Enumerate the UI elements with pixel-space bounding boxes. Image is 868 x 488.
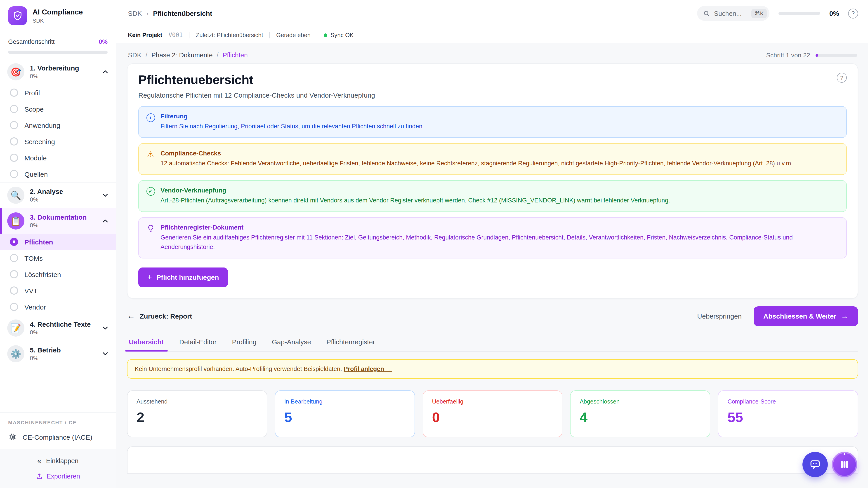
machine-law-section: MASCHINENRECHT / CE CE-Compliance (IACE) xyxy=(0,412,116,449)
sidebar-phase-betrieb[interactable]: ⚙️ 5. Betrieb 0% xyxy=(0,341,116,366)
collapse-sidebar-button[interactable]: « Einklappen xyxy=(37,456,79,465)
tab-profiling[interactable]: Profiling xyxy=(231,333,257,351)
sidebar-item-toms[interactable]: TOMs xyxy=(0,250,116,266)
sidebar-phase-vorbereitung[interactable]: 🎯 1. Vorbereitung 0% xyxy=(0,59,116,85)
overall-progress-label: Gesamtfortschritt xyxy=(8,38,55,45)
sidebar-item-vvt[interactable]: VVT xyxy=(0,283,116,299)
sidebar-nav: 🎯 1. Vorbereitung 0% Profil Scope Anwend… xyxy=(0,59,116,412)
sidebar-item-quellen[interactable]: Quellen xyxy=(0,166,116,182)
info-box-text: 12 automatische Checks: Fehlende Verantw… xyxy=(160,159,793,168)
stats-row: Ausstehend 2 In Bearbeitung 5 Ueberfaell… xyxy=(127,390,858,437)
sidebar-item-label: Module xyxy=(24,154,46,162)
app-title-block: AI Compliance SDK xyxy=(33,8,83,24)
header-progress-bar xyxy=(779,12,820,15)
last-visited-label: Zuletzt: Pflichtenübersicht xyxy=(196,32,263,38)
sidebar-phase-dokumentation[interactable]: 📋 3. Dokumentation 0% xyxy=(0,208,116,234)
sidebar-item-pflichten[interactable]: Pflichten xyxy=(0,234,116,250)
sidebar-item-profil[interactable]: Profil xyxy=(0,85,116,101)
topbar: SDK › Pflichtenübersicht ⌘K 0% ? xyxy=(116,0,868,27)
help-icon[interactable]: ? xyxy=(848,8,858,18)
sync-label: Sync OK xyxy=(331,32,354,38)
tab-pflichtenregister[interactable]: Pflichtenregister xyxy=(326,333,376,351)
page-card: Pflichtenuebersicht Regulatorische Pflic… xyxy=(127,63,858,298)
divider xyxy=(270,32,270,38)
wizard-actions: Ueberspringen Abschliessen & Weiter → xyxy=(697,306,858,326)
collapse-label: Einklappen xyxy=(46,457,79,464)
phase-label: 3. Dokumentation xyxy=(30,213,96,221)
app-subtitle: SDK xyxy=(33,18,83,24)
chip-icon xyxy=(8,432,17,442)
page-breadcrumb-row: SDK / Phase 2: Dokumente / Pflichten Sch… xyxy=(127,48,858,63)
upload-icon xyxy=(36,473,43,480)
sidebar-item-scope[interactable]: Scope xyxy=(0,101,116,117)
chevron-up-icon[interactable] xyxy=(101,217,110,225)
tab-gap-analyse[interactable]: Gap-Analyse xyxy=(271,333,312,351)
phase-text: 1. Vorbereitung 0% xyxy=(30,64,96,79)
sidebar-item-vendor[interactable]: Vendor xyxy=(0,299,116,315)
statusbar: Kein Projekt V001 Zuletzt: Pflichtenüber… xyxy=(116,27,868,43)
warning-icon: ⚠ xyxy=(146,150,155,159)
radio-unchecked-icon xyxy=(10,287,18,295)
sidebar-item-module[interactable]: Module xyxy=(0,150,116,166)
export-button[interactable]: Exportieren xyxy=(36,473,80,480)
sidebar-phase-analyse[interactable]: 🔍 2. Analyse 0% xyxy=(0,182,116,208)
sidebar-item-label: Pflichten xyxy=(24,238,53,246)
card-title-block: Pflichtenuebersicht Regulatorische Pflic… xyxy=(138,73,375,99)
finish-next-button[interactable]: Abschliessen & Weiter → xyxy=(753,306,858,326)
sidebar-item-screening[interactable]: Screening xyxy=(0,133,116,150)
chat-bubble-icon xyxy=(809,459,821,470)
card-header: Pflichtenuebersicht Regulatorische Pflic… xyxy=(138,73,847,99)
create-profile-link[interactable]: Profil anlegen → xyxy=(344,365,392,372)
sidebar-item-label: Löschfristen xyxy=(24,270,61,278)
breadcrumb-sdk[interactable]: SDK xyxy=(128,52,142,59)
breadcrumb-root[interactable]: SDK xyxy=(128,9,142,17)
page-title: Pflichtenuebersicht xyxy=(138,73,375,87)
search-input[interactable] xyxy=(714,10,747,17)
sidebar-item-ce-compliance[interactable]: CE-Compliance (IACE) xyxy=(0,429,116,447)
sidebar-phase-rechtliche-texte[interactable]: 📝 4. Rechtliche Texte 0% xyxy=(0,315,116,341)
info-box-body: Filterung Filtern Sie nach Regulierung, … xyxy=(160,112,424,131)
info-box-title: Compliance-Checks xyxy=(160,150,793,157)
stat-label: Ausstehend xyxy=(136,398,258,404)
section-heading: MASCHINENRECHT / CE xyxy=(0,418,116,429)
back-button[interactable]: ← Zurueck: Report xyxy=(127,311,192,321)
radio-unchecked-icon xyxy=(10,254,18,262)
stat-label: In Bearbeitung xyxy=(284,398,405,404)
app-root: AI Compliance SDK Gesamtfortschritt 0% 🎯… xyxy=(0,0,868,488)
chevron-right-icon: › xyxy=(147,10,149,17)
breadcrumb-pflichten: Pflichten xyxy=(223,52,248,59)
info-box-compliance-checks: ⚠ Compliance-Checks 12 automatische Chec… xyxy=(138,143,847,175)
chat-fab[interactable] xyxy=(802,452,828,477)
kanban-fab[interactable] xyxy=(832,452,857,477)
card-help-icon[interactable]: ? xyxy=(837,73,847,83)
skip-button[interactable]: Ueberspringen xyxy=(697,312,742,320)
stat-card-ueberfaellig: Ueberfaellig 0 xyxy=(423,390,563,437)
plus-icon: + xyxy=(147,273,152,282)
sidebar-item-anwendung[interactable]: Anwendung xyxy=(0,117,116,133)
sidebar-footer: « Einklappen Exportieren xyxy=(0,449,116,488)
info-box-vendor-verknuepfung: ✓ Vendor-Verknuepfung Art.-28-Pflichten … xyxy=(138,180,847,212)
breadcrumb-phase[interactable]: Phase 2: Dokumente xyxy=(151,52,213,59)
info-box-body: Compliance-Checks 12 automatische Checks… xyxy=(160,150,793,168)
info-circle-icon: i xyxy=(146,113,155,122)
radio-unchecked-icon xyxy=(10,303,18,311)
finish-next-label: Abschliessen & Weiter xyxy=(763,312,836,320)
content: SDK / Phase 2: Dokumente / Pflichten Sch… xyxy=(116,43,868,488)
add-pflicht-button[interactable]: + Pflicht hinzufuegen xyxy=(138,267,228,287)
radio-unchecked-icon xyxy=(10,270,18,278)
radio-unchecked-icon xyxy=(10,154,18,162)
header-progress-value: 0% xyxy=(829,9,839,17)
chevron-down-icon[interactable] xyxy=(101,324,110,332)
phase-progress: 0% xyxy=(30,329,96,336)
tab-uebersicht[interactable]: Uebersicht xyxy=(128,333,165,351)
chevron-down-icon[interactable] xyxy=(101,191,110,199)
chevron-up-icon[interactable] xyxy=(101,68,110,76)
stat-label: Ueberfaellig xyxy=(432,398,553,404)
sidebar-item-label: Profil xyxy=(24,89,40,96)
memo-icon: 📝 xyxy=(7,320,24,337)
search-box[interactable]: ⌘K xyxy=(698,6,770,21)
tab-detail-editor[interactable]: Detail-Editor xyxy=(178,333,217,351)
chevron-down-icon[interactable] xyxy=(101,350,110,358)
overall-progress-block: Gesamtfortschritt 0% xyxy=(0,32,116,59)
sidebar-item-loeschfristen[interactable]: Löschfristen xyxy=(0,266,116,283)
